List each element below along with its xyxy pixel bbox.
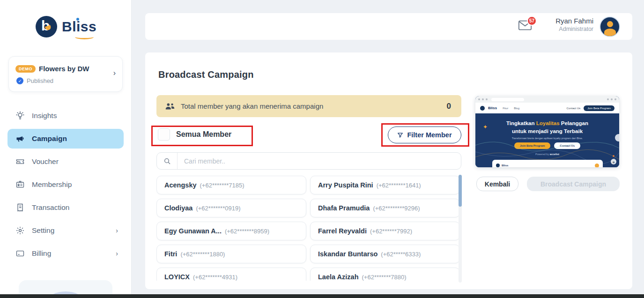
member-list-item[interactable]: Clodiyaa (+62*******0919) <box>156 199 306 217</box>
brand-logo: b Bliss <box>36 16 96 37</box>
member-list-item[interactable]: Fitri (+62*******1880) <box>156 245 306 263</box>
member-name: Fitri <box>164 250 177 258</box>
scrollbar-thumb[interactable] <box>459 175 462 207</box>
member-phone: (+62*******8959) <box>225 228 269 235</box>
notification-count-badge: 57 <box>527 16 537 26</box>
business-selector-card[interactable]: DEMO Flowers by DW ✓ Published › <box>8 56 123 92</box>
mini-logo-icon <box>496 164 500 167</box>
member-name: Acengsky <box>164 181 197 189</box>
semua-member-checkbox[interactable] <box>158 128 170 141</box>
mini-landing-navbar: Bliss Fitur Blog Contact Us Join Beta Pr… <box>475 103 619 113</box>
member-phone: (+62*******1880) <box>180 251 225 258</box>
sidebar-nav: Insights Campaign % Voucher <box>7 106 124 267</box>
verified-badge-icon: ✓ <box>16 77 23 84</box>
member-list-item[interactable]: Egy Gunawan A... (+62*******8959) <box>156 222 306 240</box>
wordmark-smile-underline <box>75 35 94 39</box>
member-list-item[interactable]: Farrel Reyvaldi (+62******7992) <box>310 222 460 240</box>
back-button[interactable]: Kembali <box>476 177 518 191</box>
broadcast-campaign-button[interactable]: Broadcast Campaign <box>527 177 620 191</box>
receipt-icon <box>15 202 25 213</box>
mini-member-card: Bliss <box>492 160 603 167</box>
mini-browser-chrome <box>475 96 619 103</box>
membership-card-icon <box>15 179 25 190</box>
total-member-banner: Total member yang akan menerima campaign… <box>156 95 461 117</box>
member-list-item[interactable]: Iskandar Buntarso (+62*****6333) <box>310 245 460 263</box>
user-role: Administrator <box>555 26 593 32</box>
chevron-right-icon: › <box>116 227 118 234</box>
member-name: Egy Gunawan A... <box>164 227 222 235</box>
filter-member-button[interactable]: Filter Member <box>388 127 461 143</box>
bottom-screen-edge <box>0 294 644 298</box>
member-name: Clodiyaa <box>164 204 192 212</box>
sidebar-item-membership[interactable]: Membership <box>7 175 124 194</box>
demo-badge: DEMO <box>15 65 36 73</box>
mini-camera-icon: ◉ <box>611 159 616 164</box>
mini-bliss-logo-icon <box>480 106 485 111</box>
member-phone: (+62*******7185) <box>200 182 244 189</box>
notifications-button[interactable]: 57 <box>518 19 534 34</box>
mini-avatar <box>595 164 599 168</box>
member-search <box>156 152 461 170</box>
member-phone: (+62*******4931) <box>193 274 237 281</box>
search-input[interactable] <box>178 157 461 165</box>
semua-member-label: Semua Member <box>176 130 231 139</box>
member-name: Arry Puspita Rini <box>318 181 373 189</box>
top-header-bar: 57 Ryan Fahmi Administrator <box>145 13 632 40</box>
gear-icon <box>15 225 25 236</box>
sidebar-item-label: Insights <box>32 112 57 120</box>
sidebar-item-insights[interactable]: Insights <box>7 106 124 126</box>
member-list-scrollbar[interactable] <box>459 175 462 283</box>
sidebar-item-label: Membership <box>32 180 72 189</box>
sidebar-item-label: Voucher <box>32 157 59 166</box>
voucher-ticket-icon: % <box>15 156 25 167</box>
member-phone: (+62*****6333) <box>381 251 421 258</box>
member-phone: (+62*******0919) <box>196 205 240 212</box>
member-list: Acengsky (+62*******7185) Arry Puspita R… <box>156 176 460 281</box>
chevron-right-icon: › <box>116 250 118 257</box>
avatar[interactable] <box>600 16 620 37</box>
sidebar: b Bliss DEMO Flowers by DW ✓ Published › <box>0 0 132 294</box>
sidebar-item-transaction[interactable]: Transaction <box>7 198 124 217</box>
member-list-item[interactable]: Dhafa Pramudia (+62********9296) <box>310 199 460 217</box>
select-all-row: Semua Member <box>158 128 231 141</box>
sidebar-item-voucher[interactable]: % Voucher <box>7 152 124 171</box>
user-name: Ryan Fahmi <box>555 17 593 25</box>
member-list-item[interactable]: Acengsky (+62*******7185) <box>156 176 306 194</box>
sidebar-item-campaign[interactable]: Campaign <box>7 129 124 149</box>
member-phone: (+62********9296) <box>373 205 420 212</box>
member-list-item[interactable]: LOYICX (+62*******4931) <box>156 268 306 281</box>
insights-bulb-icon <box>15 111 25 121</box>
chevron-right-icon: › <box>113 69 116 77</box>
megaphone-icon <box>15 134 25 144</box>
member-list-item[interactable]: Laela Azizah (+62*******7880) <box>310 268 460 281</box>
broadcast-campaign-panel: Broadcast Campaign Total member yang aka… <box>145 52 632 289</box>
mini-carousel-arrow <box>615 134 619 142</box>
sidebar-item-label: Transaction <box>32 203 69 212</box>
page-title: Broadcast Campaign <box>158 69 254 80</box>
bliss-logo-icon: b <box>36 16 57 37</box>
mini-headline: Tingkatkan Loyalitas Pelanggan untuk men… <box>475 113 619 135</box>
total-member-count: 0 <box>447 102 451 111</box>
member-list-item[interactable]: Arry Puspita Rini (+62*******1641) <box>310 176 460 194</box>
member-name: LOYICX <box>164 273 190 281</box>
brand-wordmark: Bliss <box>62 19 96 35</box>
sidebar-item-label: Campaign <box>32 134 67 143</box>
campaign-preview-image: Bliss Fitur Blog Contact Us Join Beta Pr… <box>475 96 619 167</box>
member-name: Farrel Reyvaldi <box>318 227 367 235</box>
business-status: Published <box>27 77 53 84</box>
mini-address-bar <box>491 98 524 101</box>
member-phone: (+62*******7880) <box>362 274 407 281</box>
user-meta: Ryan Fahmi Administrator <box>555 17 593 32</box>
mini-hero-section: ✦ Tingkatkan Loyalitas Pelanggan untuk m… <box>475 113 619 167</box>
sparkle-icon: ✦ <box>483 124 488 130</box>
wordmark-dot <box>76 18 79 21</box>
funnel-icon <box>397 132 403 138</box>
business-name: Flowers by DW <box>39 65 89 73</box>
mini-orange-dot <box>613 155 614 157</box>
member-name: Iskandar Buntarso <box>318 250 378 258</box>
sidebar-item-setting[interactable]: Setting › <box>7 221 124 240</box>
member-phone: (+62*******1641) <box>377 182 421 189</box>
search-icon <box>157 153 178 169</box>
member-phone: (+62******7992) <box>370 228 412 235</box>
sidebar-item-billing[interactable]: Billing › <box>7 244 124 263</box>
